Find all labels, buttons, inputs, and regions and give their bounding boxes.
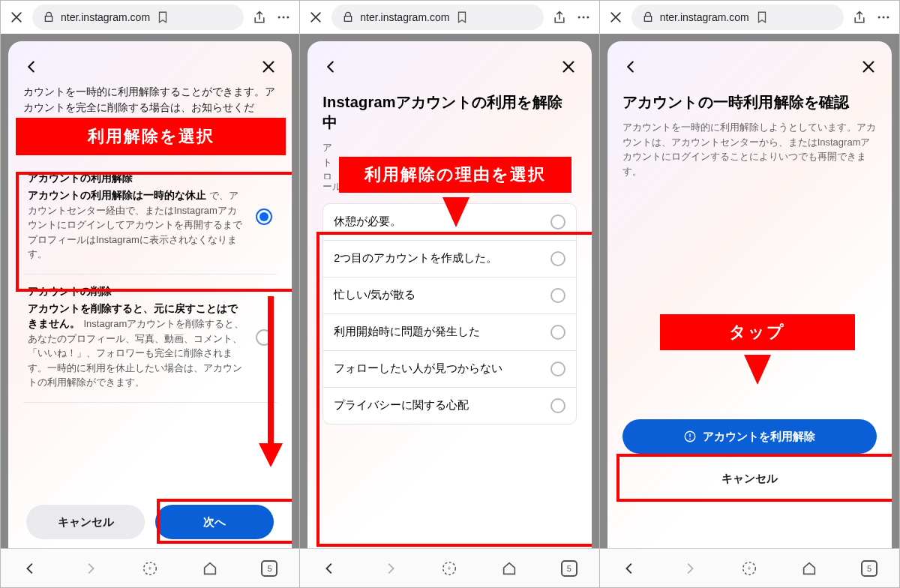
lock-icon	[342, 11, 354, 23]
nav-sparkle-icon[interactable]: +	[441, 560, 458, 577]
address-bar[interactable]: nter.instagram.com	[332, 4, 543, 30]
lock-icon	[43, 11, 55, 23]
lock-icon	[642, 11, 654, 23]
svg-text:+: +	[148, 565, 152, 572]
nav-sparkle-icon[interactable]: +	[142, 560, 158, 577]
bookmark-icon[interactable]	[455, 10, 469, 24]
radio-unselected[interactable]	[550, 398, 566, 413]
annotation-callout: 利用解除の理由を選択	[339, 157, 572, 193]
svg-point-2	[287, 16, 290, 19]
back-icon[interactable]	[23, 58, 40, 78]
nav-back-icon[interactable]	[322, 560, 338, 577]
next-button[interactable]: 次へ	[155, 505, 274, 539]
url-text: nter.instagram.com	[660, 11, 749, 23]
confirm-deactivate-modal: アカウントの一時利用解除を確認 アカウントを一時的に利用解除しようとしています。…	[608, 41, 892, 548]
close-tab-icon[interactable]	[608, 9, 624, 26]
radio-unselected[interactable]	[550, 214, 566, 230]
annotation-callout: 利用解除を選択	[16, 118, 286, 155]
svg-point-7	[578, 16, 580, 19]
back-icon[interactable]	[622, 58, 639, 78]
intro-text: カウントを一時的に利用解除することができます。アカウントを完全に削除する場合は、…	[23, 85, 277, 116]
deactivate-reason-modal: Instagramアカウントの利用を解除中 アトロ ールはInstagramに表…	[308, 41, 591, 548]
menu-dots-icon[interactable]	[575, 9, 592, 26]
close-icon[interactable]	[860, 58, 877, 78]
deactivate-modal: カウントを一時的に利用解除することができます。アカウントを完全に削除する場合は、…	[8, 41, 292, 548]
radio-unselected[interactable]	[550, 362, 566, 376]
cancel-button[interactable]: キャンセル	[622, 461, 877, 496]
svg-point-1	[283, 16, 285, 19]
svg-point-8	[582, 16, 584, 19]
reason-item[interactable]: フォローしたい人が見つからない	[323, 351, 575, 388]
modal-title: アカウントの一時利用解除を確認	[622, 92, 877, 112]
reason-item[interactable]: 2つ目のアカウントを作成した。	[323, 241, 575, 278]
nav-tabs-button[interactable]: 5	[861, 560, 878, 577]
option-deactivate[interactable]: アカウントの利用解除 アカウントの利用解除は一時的な休止 で、アカウントセンター…	[23, 161, 277, 274]
annotation-arrow-down	[742, 350, 772, 385]
close-icon[interactable]	[260, 58, 277, 78]
browser-chrome: nter.instagram.com	[300, 1, 598, 34]
reason-item[interactable]: 忙しい/気が散る	[323, 278, 575, 314]
annotation-callout: タップ	[660, 314, 855, 350]
nav-forward-icon[interactable]	[382, 560, 398, 577]
svg-marker-19	[744, 355, 771, 385]
close-tab-icon[interactable]	[8, 9, 25, 26]
option-bold: アカウントの利用解除は一時的な休止	[28, 190, 206, 201]
browser-chrome: nter.instagram.com	[1, 1, 299, 34]
url-text: nter.instagram.com	[61, 11, 150, 23]
confirm-text: アカウントを一時的に利用解除しようとしています。アカウントは、アカウントセンター…	[622, 120, 877, 178]
back-icon[interactable]	[322, 58, 339, 78]
address-bar[interactable]: nter.instagram.com	[632, 4, 844, 30]
browser-navbar: + 5	[300, 548, 598, 587]
radio-unselected[interactable]	[550, 288, 566, 303]
bookmark-icon[interactable]	[755, 10, 769, 24]
nav-back-icon[interactable]	[622, 560, 638, 577]
svg-point-9	[586, 16, 589, 19]
deactivate-account-button[interactable]: アカウントを利用解除	[622, 419, 877, 454]
annotation-arrow-down	[441, 193, 471, 227]
address-bar[interactable]: nter.instagram.com	[32, 4, 244, 30]
menu-dots-icon[interactable]	[275, 9, 292, 26]
cancel-button[interactable]: キャンセル	[26, 505, 145, 539]
nav-back-icon[interactable]	[22, 560, 39, 577]
option-title: アカウントの利用解除	[28, 172, 245, 185]
radio-selected[interactable]	[256, 208, 272, 225]
browser-navbar: + 5	[600, 548, 899, 587]
svg-marker-10	[442, 197, 470, 227]
option-delete[interactable]: アカウントの削除 アカウントを削除すると、元に戻すことはできません。 Insta…	[23, 274, 277, 403]
annotation-arrow-down	[256, 296, 286, 469]
radio-unselected[interactable]	[550, 251, 566, 266]
nav-home-icon[interactable]	[501, 560, 518, 577]
nav-forward-icon[interactable]	[681, 560, 698, 577]
reason-item[interactable]: 利用開始時に問題が発生した	[323, 314, 575, 351]
nav-forward-icon[interactable]	[82, 560, 98, 577]
svg-point-18	[689, 438, 691, 440]
panel-step3: nter.instagram.com アカウントの一時利用解除を確認 アカウント…	[600, 1, 899, 587]
panel-step2: nter.instagram.com Instagramアカウントの利用を解除中…	[300, 1, 599, 587]
svg-text:+: +	[448, 565, 452, 572]
nav-tabs-button[interactable]: 5	[561, 560, 578, 577]
svg-marker-4	[259, 443, 283, 467]
svg-point-0	[278, 16, 280, 19]
svg-text:+: +	[748, 565, 752, 572]
nav-home-icon[interactable]	[202, 560, 218, 577]
reason-item[interactable]: プライバシーに関する心配	[323, 388, 575, 424]
close-tab-icon[interactable]	[308, 9, 324, 26]
reason-list: 休憩が必要。 2つ目のアカウントを作成した。 忙しい/気が散る 利用開始時に問題…	[322, 203, 576, 424]
share-icon[interactable]	[551, 9, 568, 26]
svg-point-13	[878, 16, 880, 19]
radio-unselected[interactable]	[550, 325, 566, 340]
option-title: アカウントの削除	[28, 285, 245, 298]
menu-dots-icon[interactable]	[875, 9, 892, 26]
share-icon[interactable]	[851, 9, 868, 26]
nav-sparkle-icon[interactable]: +	[741, 560, 758, 577]
close-icon[interactable]	[560, 58, 577, 78]
browser-navbar: + 5	[1, 548, 299, 587]
alert-circle-icon	[683, 430, 697, 443]
bookmark-icon[interactable]	[156, 10, 170, 24]
nav-home-icon[interactable]	[801, 560, 818, 577]
share-icon[interactable]	[251, 9, 268, 26]
modal-title: Instagramアカウントの利用を解除中	[322, 92, 576, 133]
nav-tabs-button[interactable]: 5	[261, 560, 278, 577]
url-text: nter.instagram.com	[360, 11, 449, 23]
browser-chrome: nter.instagram.com	[600, 1, 899, 34]
